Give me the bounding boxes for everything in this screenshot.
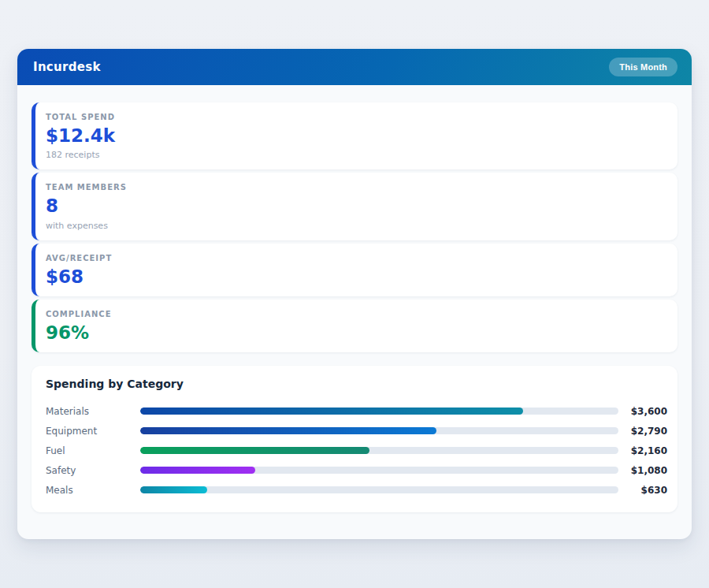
chart-row-safety: Safety $1,080: [46, 460, 667, 480]
stat-label: AVG/RECEIPT: [46, 254, 666, 262]
stat-card-total-spend: TOTAL SPEND $12.4k 182 receipts: [32, 102, 677, 169]
category-value: $2,160: [618, 445, 667, 456]
app-header: Incurdesk This Month: [17, 49, 692, 85]
stat-value: $68: [46, 267, 666, 287]
bar-track: [140, 467, 618, 474]
stat-card-avg-receipt: AVG/RECEIPT $68: [32, 244, 677, 296]
bar-fill: [140, 427, 436, 434]
chart-row-fuel: Fuel $2,160: [46, 441, 667, 460]
bar-track: [140, 486, 618, 493]
category-label: Meals: [46, 485, 140, 496]
chart-title: Spending by Category: [46, 378, 667, 390]
category-value: $2,790: [618, 426, 667, 437]
category-label: Fuel: [46, 445, 140, 456]
stat-card-compliance: COMPLIANCE 96%: [32, 300, 677, 352]
bar-track: [140, 408, 618, 415]
stat-sub: 182 receipts: [46, 150, 666, 160]
chart-row-materials: Materials $3,600: [46, 401, 667, 421]
chart-rows: Materials $3,600 Equipment $2,790 Fuel $…: [46, 401, 667, 500]
stat-value: 8: [46, 196, 666, 216]
bar-track: [140, 447, 618, 454]
dashboard-container: Incurdesk This Month TOTAL SPEND $12.4k …: [17, 49, 692, 539]
stat-value: $12.4k: [46, 126, 666, 146]
chart-row-equipment: Equipment $2,790: [46, 421, 667, 441]
spending-chart-card: Spending by Category Materials $3,600 Eq…: [32, 366, 677, 512]
stat-sub: with expenses: [46, 221, 666, 231]
stats-list: TOTAL SPEND $12.4k 182 receipts TEAM MEM…: [32, 102, 677, 352]
app-title: Incurdesk: [33, 60, 101, 74]
category-value: $1,080: [618, 465, 667, 476]
stat-label: TOTAL SPEND: [46, 113, 666, 121]
category-value: $3,600: [618, 406, 667, 417]
stat-label: COMPLIANCE: [46, 310, 666, 318]
chart-row-meals: Meals $630: [46, 480, 667, 500]
period-badge[interactable]: This Month: [609, 58, 677, 76]
stat-card-team-members: TEAM MEMBERS 8 with expenses: [32, 173, 677, 240]
stat-value: 96%: [46, 323, 666, 343]
bar-track: [140, 427, 618, 434]
category-label: Equipment: [46, 426, 140, 437]
category-label: Safety: [46, 465, 140, 476]
bar-fill: [140, 408, 523, 415]
bar-fill: [140, 447, 369, 454]
stat-label: TEAM MEMBERS: [46, 183, 666, 192]
dashboard-content: TOTAL SPEND $12.4k 182 receipts TEAM MEM…: [17, 85, 692, 512]
category-value: $630: [618, 485, 667, 496]
category-label: Materials: [46, 406, 140, 417]
bar-fill: [140, 467, 255, 474]
bar-fill: [140, 486, 207, 493]
